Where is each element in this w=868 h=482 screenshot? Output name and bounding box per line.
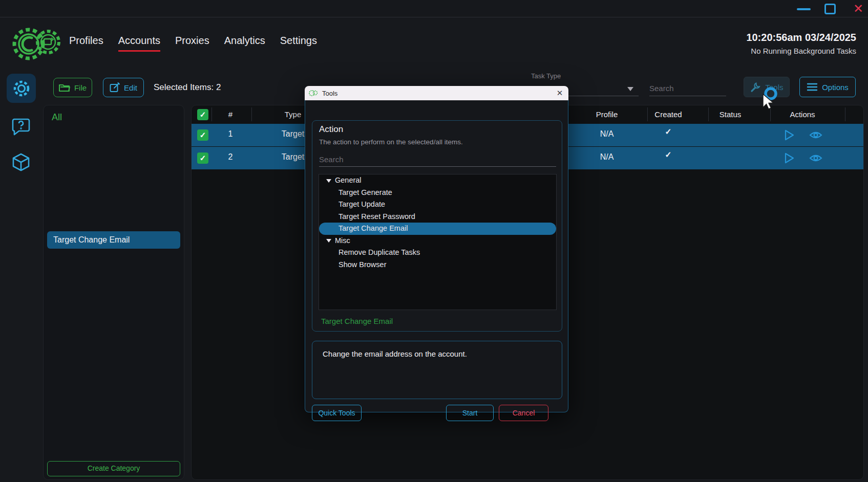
column-divider xyxy=(708,107,709,121)
header-actions: Actions xyxy=(790,110,815,119)
main-nav: Profiles Accounts Proxies Analytics Sett… xyxy=(69,35,317,52)
wrench-icon xyxy=(750,81,761,93)
search-input[interactable] xyxy=(649,81,726,96)
tree-item-target-update[interactable]: Target Update xyxy=(319,199,556,211)
cell-num: 1 xyxy=(228,129,233,139)
folder-icon xyxy=(59,83,70,92)
tree-group-misc[interactable]: Misc xyxy=(319,235,556,247)
minimize-icon[interactable] xyxy=(797,8,811,10)
nav-settings[interactable]: Settings xyxy=(280,35,317,52)
tools-button[interactable]: Tools xyxy=(744,77,790,97)
tree-item-target-generate[interactable]: Target Generate xyxy=(319,187,556,199)
header-profile: Profile xyxy=(596,110,618,119)
play-icon[interactable] xyxy=(784,129,795,143)
row-checkbox[interactable]: ✓ xyxy=(197,129,208,141)
tree-group-general[interactable]: General xyxy=(319,174,556,187)
cell-num: 2 xyxy=(228,152,233,162)
caret-down-icon xyxy=(326,179,331,183)
file-button[interactable]: File xyxy=(53,78,92,97)
task-type-label: Task Type xyxy=(531,72,561,80)
header-num: # xyxy=(228,110,232,119)
dialog-title: Tools xyxy=(322,90,337,97)
action-section-subtitle: The action to perform on the selected/al… xyxy=(319,138,463,146)
hamburger-icon xyxy=(807,83,818,91)
column-divider xyxy=(845,107,845,121)
action-description-panel: Change the email address on the account. xyxy=(312,341,562,399)
dialog-close-icon[interactable]: ✕ xyxy=(553,86,566,100)
cell-type: Target xyxy=(282,152,304,162)
tools-dialog-titlebar[interactable]: Tools ✕ xyxy=(305,86,568,100)
tree-item-remove-duplicate-tasks[interactable]: Remove Duplicate Tasks xyxy=(319,247,556,259)
tools-dialog: Tools ✕ Action The action to perform on … xyxy=(305,86,568,412)
background-tasks-status: No Running Background Tasks xyxy=(746,47,856,55)
select-all-checkbox[interactable]: ✓ xyxy=(197,109,208,120)
pencil-square-icon xyxy=(110,82,120,93)
eye-icon[interactable] xyxy=(809,129,822,143)
start-button[interactable]: Start xyxy=(446,405,494,421)
chevron-down-icon xyxy=(627,87,633,91)
tools-dialog-body: Action The action to perform on the sele… xyxy=(305,100,568,412)
action-search-input[interactable] xyxy=(319,152,556,167)
header-type: Type xyxy=(285,110,302,119)
tools-button-label: Tools xyxy=(765,83,783,92)
cell-profile: N/A xyxy=(600,152,614,162)
action-tree: General Target Generate Target Update Ta… xyxy=(319,174,557,310)
nav-proxies[interactable]: Proxies xyxy=(175,35,209,52)
caret-down-icon xyxy=(326,239,331,243)
category-all[interactable]: All xyxy=(52,112,62,123)
cell-profile: N/A xyxy=(600,129,614,139)
play-icon[interactable] xyxy=(784,152,795,166)
close-icon[interactable]: ✕ xyxy=(850,1,866,17)
category-selected-item[interactable]: Target Change Email xyxy=(47,231,180,249)
selected-action-label: Target Change Email xyxy=(321,317,393,325)
options-button-label: Options xyxy=(822,83,849,92)
column-divider xyxy=(251,107,252,121)
tree-item-target-reset-password[interactable]: Target Reset Password xyxy=(319,211,556,223)
row-checkbox[interactable]: ✓ xyxy=(197,152,208,164)
tree-group-label: Misc xyxy=(335,236,350,245)
app-logo-gears-icon xyxy=(10,23,63,65)
header-created: Created xyxy=(654,110,682,119)
cancel-button[interactable]: Cancel xyxy=(499,405,548,421)
cube-icon xyxy=(11,152,31,172)
dialog-logo-icon xyxy=(309,90,318,97)
edit-button[interactable]: Edit xyxy=(103,78,144,97)
selected-items-count: Selected Items: 2 xyxy=(154,82,221,93)
nav-analytics[interactable]: Analytics xyxy=(224,35,265,52)
create-category-button[interactable]: Create Category xyxy=(47,461,180,476)
created-check-icon: ✓ xyxy=(665,127,671,137)
maximize-icon[interactable] xyxy=(824,4,836,14)
nav-profiles[interactable]: Profiles xyxy=(69,35,103,52)
tree-group-label: General xyxy=(335,176,362,184)
eye-icon[interactable] xyxy=(809,152,822,166)
options-button[interactable]: Options xyxy=(799,77,856,97)
chat-question-icon xyxy=(11,117,31,136)
column-divider xyxy=(770,107,771,121)
cell-type: Target xyxy=(282,129,304,139)
app-window: ✕ Profiles Accounts Proxies Analytics Se… xyxy=(0,0,868,482)
clock-text: 10:20:56am 03/24/2025 xyxy=(746,32,856,43)
file-button-label: File xyxy=(74,83,87,92)
rail-tasks-button[interactable] xyxy=(7,74,36,103)
header-status: Status xyxy=(719,110,742,119)
column-divider xyxy=(647,107,648,121)
tree-item-target-change-email[interactable]: Target Change Email xyxy=(319,223,556,235)
quick-tools-button[interactable]: Quick Tools xyxy=(312,405,362,421)
tree-item-show-browser[interactable]: Show Browser xyxy=(319,259,556,271)
column-divider xyxy=(211,107,212,121)
rail-support-button[interactable] xyxy=(11,117,31,138)
rail-packages-button[interactable] xyxy=(11,152,31,174)
nav-accounts[interactable]: Accounts xyxy=(118,35,160,52)
gear-icon xyxy=(12,79,31,98)
category-panel: All Target Change Email Create Category xyxy=(43,105,184,480)
action-description: Change the email address on the account. xyxy=(323,349,467,358)
action-panel: Action The action to perform on the sele… xyxy=(312,120,562,332)
window-titlebar: ✕ xyxy=(0,0,868,17)
action-section-title: Action xyxy=(319,124,343,135)
edit-button-label: Edit xyxy=(124,83,137,92)
created-check-icon: ✓ xyxy=(665,150,671,160)
clock-area: 10:20:56am 03/24/2025 No Running Backgro… xyxy=(746,32,856,55)
